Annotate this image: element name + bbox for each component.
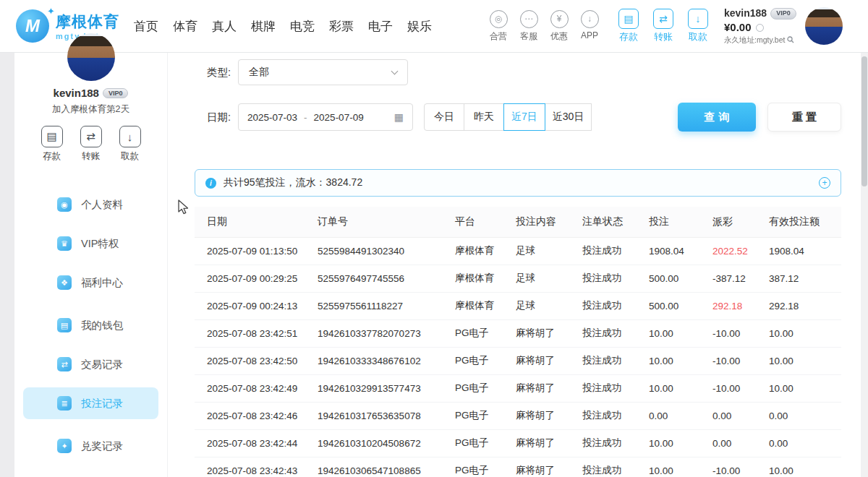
- nav-item[interactable]: 彩票: [329, 18, 354, 35]
- wallet-icon-button[interactable]: ▤ 存款: [614, 9, 643, 43]
- cell-bet-amount: 500.00: [649, 292, 712, 319]
- sidebar-menu-item[interactable]: ♛ VIP特权: [23, 228, 158, 259]
- query-button[interactable]: 查询: [678, 103, 756, 132]
- cell-valid-amount: 10.00: [769, 457, 841, 477]
- quick-icon-button[interactable]: ◎ 合营: [484, 10, 513, 43]
- expand-circle-icon[interactable]: +: [819, 177, 830, 189]
- reset-button[interactable]: 重置: [767, 103, 841, 132]
- sidebar-menu-item[interactable]: ❖ 福利中心: [23, 267, 158, 298]
- quick-icon-label: APP: [575, 30, 604, 40]
- bet-records-table: 日期 订单号 平台 投注内容 注单状态 投注 派彩 有效投注额: [195, 207, 841, 477]
- table-row[interactable]: 2025-07-09 00:29:25 5255976497745556 摩根体…: [195, 265, 841, 292]
- quick-range-button[interactable]: 近7日: [503, 103, 545, 131]
- table-row[interactable]: 2025-07-08 23:42:50 1942610333348676102 …: [195, 347, 841, 374]
- header-avatar[interactable]: [805, 7, 843, 45]
- sidebar: kevin188VIP0 加入摩根体育第2天 ▤ 存款 ⇄ 转账 ↓ 取款: [14, 52, 168, 477]
- sidebar-menu-item[interactable]: ◉ 个人资料: [23, 189, 158, 220]
- nav-item[interactable]: 棋牌: [251, 18, 276, 35]
- sidebar-username: kevin188: [54, 87, 99, 99]
- cell-order-number: 1942610317653635078: [318, 402, 455, 429]
- table-row[interactable]: 2025-07-08 23:42:49 1942610329913577473 …: [195, 374, 841, 402]
- cell-order-number: 5255976497745556: [318, 265, 455, 292]
- type-select-value: 全部: [249, 66, 269, 79]
- sidebar-menu-item[interactable]: ⇄ 交易记录: [23, 348, 158, 380]
- nav-item[interactable]: 电子: [368, 18, 393, 35]
- quick-icon-button[interactable]: ↓ APP: [575, 10, 604, 43]
- cell-order-number: 5255975561118227: [318, 292, 455, 319]
- wallet-icon-button[interactable]: ↓ 取款: [684, 9, 712, 43]
- nav-item[interactable]: 电竞: [290, 18, 315, 35]
- date-filter-row: 日期: 2025-07-03 - 2025-07-09 ▦ 今日 昨天 近7日 …: [207, 103, 841, 132]
- date-separator: -: [304, 112, 307, 123]
- cell-valid-amount: 10.00: [769, 374, 841, 402]
- sidebar-wallet-icon: ↓: [119, 126, 141, 147]
- column-header: 有效投注额: [769, 207, 841, 237]
- nav-item[interactable]: 首页: [134, 18, 158, 35]
- quick-range-button[interactable]: 昨天: [464, 103, 504, 131]
- cell-bet-amount: 10.00: [649, 457, 712, 477]
- date-end: 2025-07-09: [314, 112, 364, 123]
- username: kevin188: [724, 7, 767, 19]
- wallet-icon-button[interactable]: ⇄ 转账: [649, 9, 678, 43]
- cell-date: 2025-07-08 23:42:43: [195, 457, 318, 477]
- cell-bet-amount: 10.00: [649, 347, 712, 374]
- cell-valid-amount: 10.00: [769, 319, 841, 347]
- username-line: kevin188VIP0: [724, 7, 796, 20]
- cell-status: 投注成功: [582, 429, 649, 457]
- sidebar-menu-item[interactable]: ▤ 我的钱包: [23, 309, 158, 341]
- cell-date: 2025-07-09 00:24:13: [195, 292, 318, 319]
- type-filter-row: 类型: 全部: [207, 59, 841, 85]
- cell-bet-content: 足球: [516, 237, 582, 265]
- sidebar-wallet-button[interactable]: ⇄ 转账: [80, 126, 102, 163]
- cell-bet-content: 足球: [516, 265, 582, 292]
- sidebar-joined-text: 加入摩根体育第2天: [14, 103, 167, 116]
- sidebar-avatar[interactable]: [67, 33, 115, 81]
- cell-order-number: 1942610329913577473: [318, 374, 455, 402]
- sidebar-wallet-button[interactable]: ▤ 存款: [41, 126, 63, 163]
- quick-icon-button[interactable]: ¥ 优惠: [545, 10, 574, 43]
- cell-date: 2025-07-09 00:29:25: [195, 265, 318, 292]
- table-header: 日期 订单号 平台 投注内容 注单状态 投注 派彩 有效投注额: [195, 207, 841, 237]
- sidebar-menu-icon: ≣: [57, 396, 72, 411]
- date-range-picker[interactable]: 2025-07-03 - 2025-07-09 ▦: [238, 103, 413, 131]
- cell-bet-content: 麻将胡了: [516, 402, 582, 429]
- date-label: 日期:: [207, 111, 231, 124]
- nav-item[interactable]: 真人: [212, 18, 237, 35]
- quick-range-button[interactable]: 近30日: [545, 103, 592, 131]
- table-row[interactable]: 2025-07-08 23:42:44 1942610310204508672 …: [195, 429, 841, 457]
- sidebar-menu: ◉ 个人资料 ♛ VIP特权 ❖ 福利中心 ▤: [14, 189, 167, 462]
- table-row[interactable]: 2025-07-09 00:24:13 5255975561118227 摩根体…: [195, 292, 841, 319]
- table-row[interactable]: 2025-07-08 23:42:43 1942610306547108865 …: [195, 457, 841, 477]
- sidebar-menu-label: 我的钱包: [81, 319, 123, 332]
- table-row[interactable]: 2025-07-08 23:42:46 1942610317653635078 …: [195, 402, 841, 429]
- cell-date: 2025-07-08 23:42:44: [195, 429, 318, 457]
- cell-status: 投注成功: [582, 374, 649, 402]
- column-header: 投注内容: [516, 207, 582, 237]
- cell-platform: PG电子: [455, 457, 516, 477]
- cell-platform: PG电子: [455, 402, 516, 429]
- cell-bet-content: 麻将胡了: [516, 374, 582, 402]
- wallet-icon-label: 转账: [649, 30, 678, 43]
- cell-bet-content: 足球: [516, 292, 582, 319]
- permanent-address-line: 永久地址:mgty.bet: [724, 35, 796, 45]
- sidebar-menu-item[interactable]: ≣ 投注记录: [23, 387, 158, 419]
- sidebar-menu-item[interactable]: ✦ 兑奖记录: [23, 430, 158, 462]
- table-row[interactable]: 2025-07-09 01:13:50 5255984491302340 摩根体…: [195, 237, 841, 265]
- quick-icon-button[interactable]: ⋯ 客服: [514, 10, 543, 43]
- quick-icon-glyph: ¥: [550, 10, 569, 28]
- scrollbar-thumb[interactable]: [861, 56, 867, 186]
- magnifier-icon[interactable]: [787, 36, 794, 43]
- cell-order-number: 1942610310204508672: [318, 429, 455, 457]
- sidebar-wallet-label: 取款: [119, 150, 141, 163]
- refresh-balance-icon[interactable]: [756, 24, 764, 32]
- sidebar-wallet-button[interactable]: ↓ 取款: [119, 126, 141, 163]
- calendar-icon: ▦: [394, 111, 404, 123]
- quick-icon-glyph: ⋯: [520, 10, 538, 28]
- table-row[interactable]: 2025-07-08 23:42:51 1942610337782070273 …: [195, 319, 841, 347]
- balance-line: ¥0.00: [724, 21, 796, 35]
- sidebar-wallet-icon: ▤: [41, 126, 63, 147]
- nav-item[interactable]: 体育: [173, 18, 197, 35]
- type-select[interactable]: 全部: [238, 59, 408, 85]
- quick-range-button[interactable]: 今日: [424, 103, 464, 131]
- nav-item[interactable]: 娱乐: [407, 18, 432, 35]
